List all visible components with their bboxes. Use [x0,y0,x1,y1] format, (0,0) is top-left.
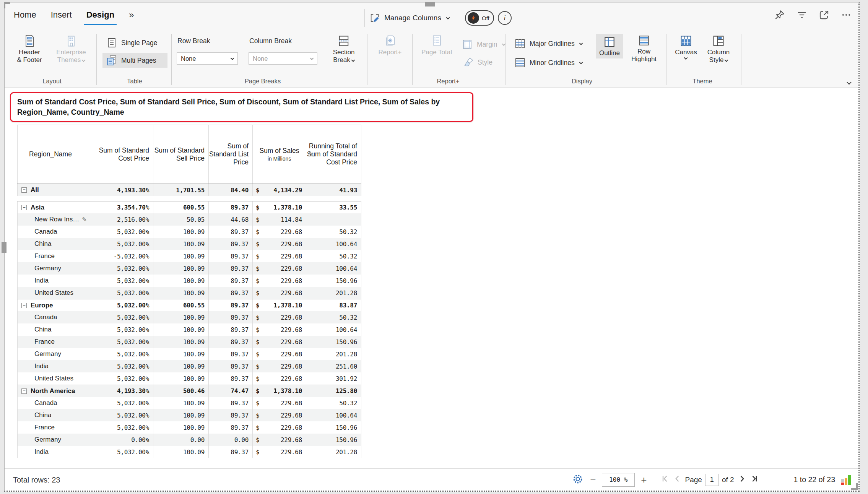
table-row[interactable]: France5,032.00%100.0989.37$229.68150.96 [17,336,361,348]
table-cell-list[interactable]: 89.37 [208,202,252,213]
collapse-icon[interactable]: − [21,303,27,308]
table-row[interactable]: New Row Ins…✎2,516.00%50.0544.68$114.84 [17,213,361,226]
table-cell-region[interactable]: Canada [17,226,97,238]
table-cell-sales[interactable]: $229.68 [252,250,306,262]
table-cell-sell[interactable]: 600.55 [153,202,208,213]
manage-columns-button[interactable]: Manage Columns [364,9,458,27]
zoom-in-button[interactable]: + [641,475,647,485]
table-cell-list[interactable]: 89.37 [208,287,252,299]
table-cell-running-total[interactable]: 50.32 [306,397,361,409]
column-header-region[interactable]: Region_Name [17,125,97,184]
table-cell-sales[interactable]: $1,378.10 [252,385,306,397]
table-row[interactable]: United States5,032.00%100.0989.37$229.68… [17,372,361,385]
table-row[interactable]: Germany5,032.00%100.0989.37$229.68201.28 [17,348,361,360]
header-footer-button[interactable]: Header& Footer [11,34,47,64]
table-cell-running-total[interactable]: 100.64 [306,262,361,275]
table-row[interactable]: −All4,193.30%1,701.5584.40$4,134.2941.93 [17,184,361,196]
table-cell-region[interactable]: China [17,409,97,421]
table-cell-list[interactable]: 74.47 [208,385,252,397]
table-cell-list[interactable]: 89.37 [208,299,252,311]
column-header-running-total[interactable]: fx Running Total of Sum of Standard Cost… [306,125,361,184]
table-cell-list[interactable]: 89.37 [208,446,252,458]
table-cell-sales[interactable]: $229.68 [252,262,306,275]
style-button[interactable]: Style [460,55,496,69]
power-toggle[interactable]: Off [465,10,494,26]
minor-gridlines-button[interactable]: Minor Gridlines [511,55,585,70]
info-icon[interactable]: i [498,11,512,25]
section-break-button[interactable]: SectionBreak [325,34,362,64]
table-cell-list[interactable]: 89.37 [208,409,252,421]
popout-icon[interactable] [817,8,831,22]
table-cell-sales[interactable]: $229.68 [252,446,306,458]
table-row[interactable]: India5,032.00%100.0989.37$229.68251.60 [17,360,361,372]
table-cell-cost[interactable]: 5,032.00% [97,409,153,421]
table-cell-list[interactable]: 89.37 [208,421,252,434]
table-cell-region[interactable]: United States [17,372,97,385]
table-cell-region[interactable]: China [17,238,97,250]
page-total-button[interactable]: Page Total [417,34,457,56]
table-row[interactable]: China5,032.00%100.0989.37$229.68100.64 [17,409,361,421]
table-cell-sales[interactable]: $1,378.10 [252,299,306,311]
table-cell-sales[interactable]: $229.68 [252,336,306,348]
table-cell-sales[interactable]: $229.68 [252,360,306,372]
zoom-level-input[interactable]: 100 % [602,473,635,487]
table-cell-region[interactable]: India [17,446,97,458]
table-cell-cost[interactable]: 5,032.00% [97,226,153,238]
page-number-input[interactable]: 1 [705,474,719,486]
table-row[interactable]: China5,032.00%100.0989.37$229.68100.64 [17,238,361,250]
table-cell-running-total[interactable]: 150.96 [306,275,361,287]
column-header-cost[interactable]: Sum of Standard Cost Price [97,125,153,184]
table-cell-running-total[interactable]: 150.96 [306,421,361,434]
table-cell-list[interactable]: 89.37 [208,275,252,287]
table-cell-cost[interactable]: 5,032.00% [97,238,153,250]
table-cell-sales[interactable]: $229.68 [252,238,306,250]
table-cell-cost[interactable]: 3,354.70% [97,202,153,213]
table-cell-region[interactable]: Canada [17,311,97,323]
table-cell-cost[interactable]: 5,032.00% [97,397,153,409]
table-row[interactable]: Canada5,032.00%100.0989.37$229.6850.32 [17,311,361,323]
column-header-list[interactable]: Sum of Standard List Price [208,125,252,184]
table-cell-list[interactable]: 44.68 [208,213,252,226]
table-row[interactable]: United States5,032.00%100.0989.37$229.68… [17,287,361,299]
table-cell-region[interactable]: France [17,421,97,434]
table-cell-sell[interactable]: 100.09 [153,372,208,385]
table-row[interactable]: −North America4,193.30%500.4674.47$1,378… [17,385,361,397]
table-cell-cost[interactable]: 5,032.00% [97,299,153,311]
table-cell-region[interactable]: −Europe [17,299,97,311]
table-cell-running-total[interactable]: 125.80 [306,385,361,397]
table-cell-cost[interactable]: 5,032.00% [97,336,153,348]
tab-home[interactable]: Home [14,10,36,20]
outline-button[interactable]: Outline [596,34,623,58]
table-cell-running-total[interactable]: 301.92 [306,372,361,385]
table-cell-region[interactable]: France [17,250,97,262]
table-cell-sales[interactable]: $1,378.10 [252,202,306,213]
table-cell-running-total[interactable]: 100.64 [306,409,361,421]
table-cell-cost[interactable]: 5,032.00% [97,287,153,299]
previous-page-button[interactable] [673,474,682,485]
tab-design[interactable]: Design [86,10,114,20]
table-cell-region[interactable]: United States [17,287,97,299]
table-cell-region[interactable]: −North America [17,385,97,397]
next-page-button[interactable] [737,474,746,485]
table-cell-list[interactable]: 89.37 [208,336,252,348]
table-cell-sell[interactable]: 600.55 [153,299,208,311]
enterprise-themes-button[interactable]: EnterpriseThemes [50,34,93,64]
table-cell-list[interactable]: 89.37 [208,262,252,275]
table-cell-cost[interactable]: 2,516.00% [97,213,153,226]
table-row[interactable]: Canada5,032.00%100.0989.37$229.6850.32 [17,397,361,409]
table-cell-running-total[interactable]: 83.87 [306,299,361,311]
table-cell-sell[interactable]: 100.09 [153,360,208,372]
table-cell-list[interactable]: 89.37 [208,397,252,409]
table-cell-sell[interactable]: 100.09 [153,250,208,262]
table-cell-running-total[interactable]: 201.28 [306,446,361,458]
table-cell-cost[interactable]: 4,193.30% [97,385,153,397]
table-cell-region[interactable]: India [17,360,97,372]
table-cell-list[interactable]: 84.40 [208,184,252,196]
left-resize-handle[interactable] [2,242,7,253]
table-cell-cost[interactable]: 5,032.00% [97,262,153,275]
row-highlight-button[interactable]: RowHighlight [627,34,661,63]
column-header-sales[interactable]: Sum of Sales in Millions [252,125,306,184]
table-cell-region[interactable]: Germany [17,262,97,275]
table-row[interactable]: France-5,032.00%100.0989.37$229.6850.32 [17,250,361,262]
table-cell-sales[interactable]: $229.68 [252,311,306,323]
